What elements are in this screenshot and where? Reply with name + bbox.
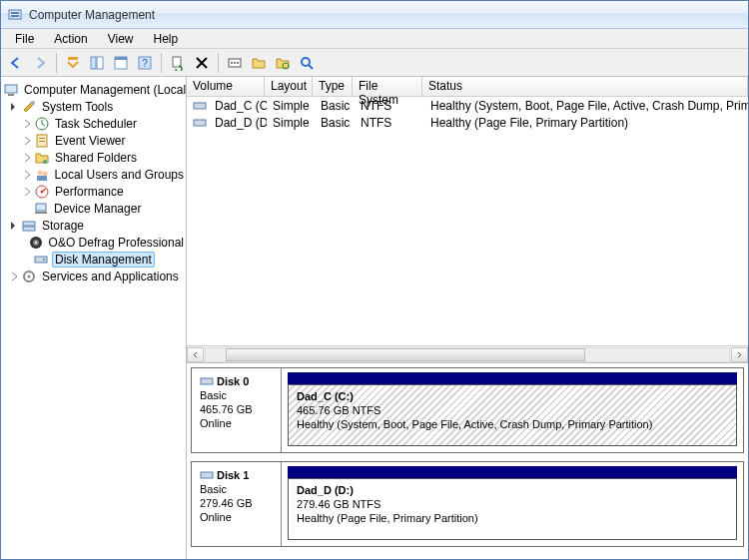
expand-icon[interactable] <box>22 135 33 146</box>
scroll-right-arrow[interactable] <box>731 347 748 362</box>
tree-label: Device Manager <box>52 202 143 216</box>
disk-1[interactable]: Disk 1 Basic 279.46 GB Online Dad_D (D:)… <box>191 461 744 547</box>
volume-name: Dad_C (C:) <box>209 99 267 113</box>
svg-line-17 <box>309 65 313 69</box>
settings-button[interactable] <box>224 52 246 74</box>
volume-row[interactable]: Dad_C (C:) Simple Basic NTFS Healthy (Sy… <box>187 97 748 114</box>
tree-performance[interactable]: Performance <box>1 183 186 200</box>
toolbar-separator <box>161 53 162 73</box>
tree-disk-management[interactable]: Disk Management <box>1 251 186 268</box>
svg-point-12 <box>231 62 233 64</box>
disk-type: Basic <box>200 482 273 496</box>
svg-rect-38 <box>35 257 47 263</box>
search-button[interactable] <box>296 52 318 74</box>
partition-stripe <box>288 372 737 384</box>
collapse-icon[interactable] <box>9 220 20 231</box>
tree-local-users[interactable]: Local Users and Groups <box>1 166 186 183</box>
svg-point-25 <box>43 160 47 164</box>
col-filesystem[interactable]: File System <box>353 77 422 96</box>
svg-rect-28 <box>37 176 47 181</box>
tree-task-scheduler[interactable]: Task Scheduler <box>1 115 186 132</box>
event-icon <box>34 133 50 149</box>
help-button[interactable]: ? <box>134 52 156 74</box>
svg-point-30 <box>41 190 44 193</box>
disk-name: Disk 0 <box>200 374 273 388</box>
col-type[interactable]: Type <box>313 77 353 96</box>
disk-mgmt-icon <box>33 252 49 268</box>
services-icon <box>21 269 37 284</box>
open-button[interactable] <box>248 52 270 74</box>
scroll-left-arrow[interactable] <box>187 347 204 362</box>
menu-file[interactable]: File <box>7 30 42 48</box>
tree-services[interactable]: Services and Applications <box>1 268 186 284</box>
svg-rect-3 <box>68 57 78 60</box>
disk-name: Disk 1 <box>200 468 273 482</box>
svg-rect-4 <box>91 57 96 69</box>
volume-fs: NTFS <box>355 116 424 130</box>
explore-button[interactable] <box>272 52 294 74</box>
tree-event-viewer[interactable]: Event Viewer <box>1 132 186 149</box>
expand-icon[interactable] <box>22 152 33 163</box>
tree-defrag[interactable]: O&O Defrag Professional <box>1 234 186 251</box>
svg-rect-31 <box>36 204 46 211</box>
volume-row[interactable]: Dad_D (D:) Simple Basic NTFS Healthy (Pa… <box>187 114 748 131</box>
svg-rect-5 <box>97 57 103 69</box>
partition[interactable]: Dad_D (D:) 279.46 GB NTFS Healthy (Page … <box>288 478 737 540</box>
menu-action[interactable]: Action <box>46 30 95 48</box>
menu-help[interactable]: Help <box>146 30 187 48</box>
delete-button[interactable] <box>191 52 213 74</box>
disk-size: 279.46 GB <box>200 496 273 510</box>
svg-point-20 <box>31 101 35 105</box>
svg-rect-34 <box>23 227 35 231</box>
forward-button[interactable] <box>29 52 51 74</box>
tools-icon <box>21 99 37 115</box>
disk-name-text: Disk 0 <box>217 374 249 388</box>
tree-system-tools[interactable]: System Tools <box>1 98 186 115</box>
folder-shared-icon <box>34 150 50 166</box>
svg-rect-32 <box>35 212 47 214</box>
toolbar-separator <box>56 53 57 73</box>
partition[interactable]: Dad_C (C:) 465.76 GB NTFS Healthy (Syste… <box>288 384 737 446</box>
scroll-track[interactable] <box>205 347 730 362</box>
collapse-icon[interactable] <box>9 101 20 112</box>
tree-label: Performance <box>53 185 126 199</box>
svg-rect-7 <box>115 57 127 60</box>
expand-icon[interactable] <box>22 186 33 197</box>
tree-label: Services and Applications <box>40 270 181 283</box>
svg-rect-44 <box>201 378 213 384</box>
tree-device-manager[interactable]: Device Manager <box>1 200 186 217</box>
up-button[interactable] <box>62 52 84 74</box>
back-button[interactable] <box>5 52 27 74</box>
scroll-thumb[interactable] <box>226 348 585 361</box>
expand-icon[interactable] <box>9 271 20 281</box>
show-hide-tree-button[interactable] <box>86 52 108 74</box>
tree-label: O&O Defrag Professional <box>47 236 186 250</box>
disk-0[interactable]: Disk 0 Basic 465.76 GB Online Dad_C (C:)… <box>191 367 744 453</box>
horizontal-scrollbar[interactable] <box>187 345 748 362</box>
menu-view[interactable]: View <box>100 30 142 48</box>
disk-graph: Dad_C (C:) 465.76 GB NTFS Healthy (Syste… <box>282 368 743 452</box>
volume-status: Healthy (Page File, Primary Partition) <box>424 116 748 130</box>
svg-rect-0 <box>9 10 21 19</box>
storage-icon <box>21 218 37 234</box>
refresh-button[interactable] <box>167 52 189 74</box>
properties-button[interactable] <box>110 52 132 74</box>
partition-name: Dad_C (C:) <box>297 389 728 403</box>
tree-root[interactable]: Computer Management (Local) <box>1 81 186 98</box>
expand-icon[interactable] <box>22 169 33 180</box>
tree-label: Computer Management (Local) <box>22 83 187 97</box>
svg-point-13 <box>234 62 236 64</box>
col-volume[interactable]: Volume <box>187 77 265 96</box>
disk-info: Disk 0 Basic 465.76 GB Online <box>192 368 282 452</box>
volume-type: Basic <box>315 116 355 130</box>
toolbar: ? <box>1 49 748 77</box>
tree-shared-folders[interactable]: Shared Folders <box>1 149 186 166</box>
tree-storage[interactable]: Storage <box>1 217 186 234</box>
volume-layout: Simple <box>267 99 315 113</box>
expand-icon[interactable] <box>22 118 33 129</box>
svg-text:?: ? <box>142 58 148 69</box>
col-status[interactable]: Status <box>422 77 748 96</box>
svg-point-41 <box>28 275 31 278</box>
col-layout[interactable]: Layout <box>265 77 313 96</box>
svg-rect-33 <box>23 222 35 226</box>
